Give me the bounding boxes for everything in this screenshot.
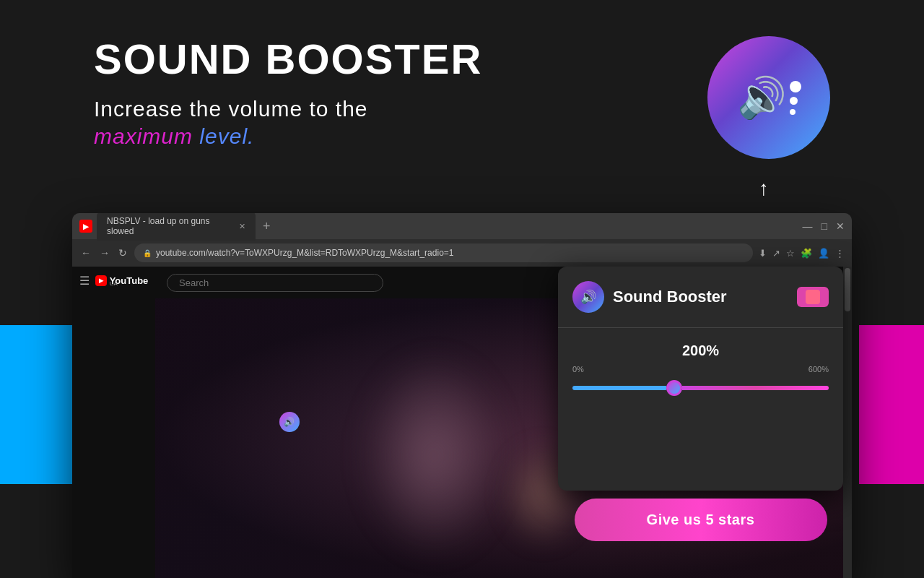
reload-button[interactable]: ↻ [117,246,128,260]
browser-window: ▶ NBSPLV - load up on guns slowed ✕ + — … [72,213,852,578]
slider-fill-right [682,386,829,390]
menu-icon[interactable]: ⋮ [835,248,845,259]
popup-header: 🔊 Sound Booster [572,281,829,313]
browser-favicon: ▶ [79,220,92,233]
window-close-button[interactable]: ✕ [836,220,845,232]
app-icon-container: 🔊 [707,36,830,159]
browser-content: ☰ ▶ YouTube UA [72,267,852,578]
url-text: youtube.com/watch?v=ToWXPUrzg_M&list=RDT… [156,248,454,258]
scrollbar-thumb[interactable] [845,268,850,311]
popup-percentage: 200% [572,342,829,359]
yt-logo-container: ☰ ▶ YouTube UA [72,274,155,288]
video-area: 🔊 🔊 Sound Booster [155,267,843,578]
main-title: SOUND BOOSTER [94,36,482,82]
popup-divider [558,327,843,328]
browser-scrollbar[interactable] [843,267,852,578]
tab-title: NBSPLV - load up on guns slowed [107,216,235,236]
browser-navbar: ← → ↻ 🔒 youtube.com/watch?v=ToWXPUrzg_M&… [72,239,852,267]
arrow-up-icon: ↑ [759,177,769,200]
slider-label-min: 0% [572,365,584,374]
titlebar-controls: — □ ✕ [803,220,845,232]
popup-header-left: 🔊 Sound Booster [572,281,727,313]
popup-speaker-icon: 🔊 [580,289,596,305]
profile-icon[interactable]: 👤 [818,248,829,259]
popup-footer: Give us 5 stars [575,499,827,541]
speaker-icon: 🔊 [737,74,787,121]
favicon-y: ▶ [83,223,89,230]
bookmark-icon[interactable]: ☆ [786,248,795,259]
yt-logo-icon: ▶ [95,275,107,286]
popup-toggle[interactable] [797,287,829,307]
dot-small [790,109,796,115]
extension-popup: 🔊 Sound Booster 200% 0% 600% [558,267,843,491]
slider-thumb[interactable] [666,380,682,396]
forward-button[interactable]: → [98,246,111,260]
subtitle-level: level. [199,124,254,148]
give-stars-button[interactable]: Give us 5 stars [575,499,827,541]
extension-badge-in-video: 🔊 [279,412,300,432]
decoration-bar-right [859,325,924,484]
popup-title: Sound Booster [613,288,727,306]
app-icon-circle: 🔊 [707,36,830,159]
subtitle-maximum: maximum [94,124,193,148]
download-icon[interactable]: ⬇ [759,248,767,259]
popup-slider-labels: 0% 600% [572,365,829,374]
popup-app-icon: 🔊 [572,281,604,313]
yt-menu-icon[interactable]: ☰ [79,274,90,288]
app-icon-inner: 🔊 [737,74,801,121]
popup-toggle-inner [806,290,820,304]
slider-label-max: 600% [808,365,829,374]
navbar-icons: ⬇ ↗ ☆ 🧩 👤 ⋮ [759,248,845,259]
slider-track[interactable] [572,378,829,398]
dot-large [790,81,801,92]
search-input[interactable] [167,274,383,292]
yt-logo-ua: UA [110,280,149,287]
extension-icon[interactable]: 🧩 [801,248,812,259]
browser-tab[interactable]: NBSPLV - load up on guns slowed ✕ [97,213,256,241]
header-section: SOUND BOOSTER Increase the volume to the… [94,36,482,149]
window-minimize-button[interactable]: — [803,220,813,232]
back-button[interactable]: ← [79,246,92,260]
extension-badge-icon: 🔊 [284,417,295,427]
slider-fill-left [572,386,666,390]
dot-medium [790,97,798,105]
browser-titlebar: ▶ NBSPLV - load up on guns slowed ✕ + — … [72,213,852,239]
youtube-sidebar: ☰ ▶ YouTube UA [72,267,155,578]
popup-slider-section: 200% 0% 600% [572,342,829,398]
decoration-bar-left [0,325,72,484]
new-tab-button[interactable]: + [263,219,271,234]
window-maximize-button[interactable]: □ [821,220,827,232]
address-bar[interactable]: 🔒 youtube.com/watch?v=ToWXPUrzg_M&list=R… [134,243,753,262]
subtitle-line1: Increase the volume to the [94,97,482,121]
tab-close-button[interactable]: ✕ [239,222,245,231]
person-blur [362,355,506,557]
subtitle-line2: maximum level. [94,124,482,149]
lock-icon: 🔒 [143,249,152,257]
dots-container [790,81,801,115]
share-icon[interactable]: ↗ [772,248,780,259]
yt-logo: ▶ YouTube UA [95,275,149,287]
